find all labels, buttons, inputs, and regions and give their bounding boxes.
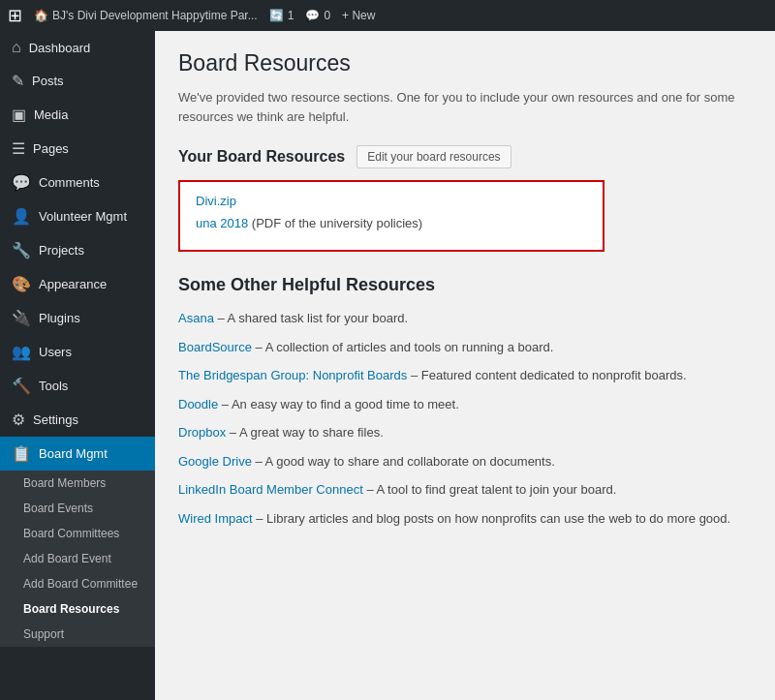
sidebar-item-pages[interactable]: ☰ Pages	[0, 132, 155, 166]
sidebar-label-plugins: Plugins	[39, 311, 80, 325]
una-description: (PDF of the university policies)	[248, 216, 422, 230]
home-icon: 🏠	[34, 9, 48, 22]
submenu-support[interactable]: Support	[0, 622, 155, 647]
wired-impact-link[interactable]: Wired Impact	[178, 511, 253, 526]
helpful-resource-dropbox: Dropbox – A great way to share files.	[178, 423, 752, 442]
comments-icon: 💬	[305, 9, 320, 22]
pages-icon: ☰	[12, 139, 25, 158]
sidebar-label-comments: Comments	[39, 175, 100, 190]
boardsource-description: – A collection of articles and tools on …	[256, 340, 554, 354]
boardsource-link[interactable]: BoardSource	[178, 340, 252, 354]
tools-icon: 🔨	[12, 377, 31, 395]
sidebar-label-settings: Settings	[33, 412, 78, 427]
dropbox-description: – A great way to share files.	[230, 425, 384, 440]
updates-link[interactable]: 🔄 1	[269, 9, 294, 22]
sidebar-submenu: Board Members Board Events Board Committ…	[0, 471, 155, 647]
sidebar-item-plugins[interactable]: 🔌 Plugins	[0, 301, 155, 335]
comments-link[interactable]: 💬 0	[305, 9, 330, 22]
sidebar-label-dashboard: Dashboard	[29, 41, 91, 55]
sidebar-item-settings[interactable]: ⚙ Settings	[0, 403, 155, 437]
edit-board-resources-button[interactable]: Edit your board resources	[356, 145, 511, 168]
dropbox-link[interactable]: Dropbox	[178, 425, 226, 440]
dashboard-icon: ⌂	[12, 39, 21, 56]
sidebar-item-media[interactable]: ▣ Media	[0, 98, 155, 132]
sidebar-label-posts: Posts	[32, 74, 64, 88]
sidebar-menu: ⌂ Dashboard ✎ Posts ▣ Media ☰ Pages 💬 Co…	[0, 31, 155, 471]
sidebar: ⌂ Dashboard ✎ Posts ▣ Media ☰ Pages 💬 Co…	[0, 31, 155, 700]
submenu-add-board-committee[interactable]: Add Board Committee	[0, 571, 155, 596]
sidebar-item-comments[interactable]: 💬 Comments	[0, 166, 155, 199]
bridgespan-link[interactable]: The Bridgespan Group: Nonprofit Boards	[178, 368, 407, 382]
sidebar-label-board-mgmt: Board Mgmt	[39, 446, 108, 461]
linkedin-link[interactable]: LinkedIn Board Member Connect	[178, 482, 363, 497]
layout: ⌂ Dashboard ✎ Posts ▣ Media ☰ Pages 💬 Co…	[0, 31, 775, 700]
site-name-link[interactable]: 🏠 BJ's Divi Development Happytime Par...	[34, 9, 258, 22]
volunteer-icon: 👤	[12, 207, 31, 226]
helpful-resource-wired-impact: Wired Impact – Library articles and blog…	[178, 509, 752, 529]
wired-impact-description: – Library articles and blog posts on how…	[256, 511, 730, 526]
helpful-resource-doodle: Doodle – An easy way to find a good time…	[178, 395, 752, 414]
sidebar-item-appearance[interactable]: 🎨 Appearance	[0, 267, 155, 301]
sidebar-item-tools[interactable]: 🔨 Tools	[0, 369, 155, 403]
updates-icon: 🔄	[269, 9, 284, 22]
una-2018-link[interactable]: una 2018 (PDF of the university policies…	[196, 216, 587, 230]
media-icon: ▣	[12, 106, 26, 124]
helpful-resource-bridgespan: The Bridgespan Group: Nonprofit Boards –…	[178, 366, 752, 385]
projects-icon: 🔧	[12, 241, 31, 259]
submenu-board-members[interactable]: Board Members	[0, 471, 155, 496]
page-title: Board Resources	[178, 50, 752, 76]
your-board-section-title: Your Board Resources	[178, 148, 345, 166]
board-mgmt-icon: 📋	[12, 444, 31, 463]
linkedin-description: – A tool to find great talent to join yo…	[366, 482, 616, 497]
page-description: We've provided two resource sections. On…	[178, 88, 752, 126]
user-resources-box: Divi.zip una 2018 (PDF of the university…	[178, 180, 604, 252]
main-content: Board Resources We've provided two resou…	[155, 31, 775, 700]
sidebar-label-users: Users	[39, 345, 72, 359]
sidebar-label-appearance: Appearance	[39, 277, 107, 291]
helpful-resource-google-drive: Google Drive – A good way to share and c…	[178, 452, 752, 472]
submenu-add-board-event[interactable]: Add Board Event	[0, 546, 155, 571]
appearance-icon: 🎨	[12, 275, 31, 293]
asana-link[interactable]: Asana	[178, 311, 214, 325]
submenu-board-committees[interactable]: Board Committees	[0, 521, 155, 546]
new-link[interactable]: + New	[342, 9, 375, 22]
helpful-resource-asana: Asana – A shared task list for your boar…	[178, 309, 752, 328]
your-board-section-header: Your Board Resources Edit your board res…	[178, 145, 752, 168]
divi-link-text: Divi	[196, 194, 217, 208]
sidebar-label-projects: Projects	[39, 243, 84, 258]
sidebar-label-media: Media	[34, 107, 68, 122]
sidebar-label-volunteer: Volunteer Mgmt	[39, 209, 127, 224]
sidebar-item-dashboard[interactable]: ⌂ Dashboard	[0, 31, 155, 64]
doodle-link[interactable]: Doodle	[178, 397, 218, 411]
helpful-resource-boardsource: BoardSource – A collection of articles a…	[178, 338, 752, 357]
divi-suffix: .zip	[217, 194, 236, 208]
submenu-board-events[interactable]: Board Events	[0, 496, 155, 521]
settings-icon: ⚙	[12, 411, 25, 429]
helpful-resource-linkedin: LinkedIn Board Member Connect – A tool t…	[178, 480, 752, 500]
una-link-text: una 2018	[196, 216, 248, 230]
sidebar-label-pages: Pages	[33, 141, 69, 156]
bridgespan-description: – Featured content dedicated to nonprofi…	[411, 368, 687, 382]
comments-nav-icon: 💬	[12, 173, 31, 192]
google-drive-link[interactable]: Google Drive	[178, 454, 252, 469]
sidebar-item-volunteer-mgmt[interactable]: 👤 Volunteer Mgmt	[0, 199, 155, 233]
asana-description: – A shared task list for your board.	[218, 311, 409, 325]
helpful-section-title: Some Other Helpful Resources	[178, 275, 752, 295]
divi-zip-link[interactable]: Divi.zip	[196, 194, 587, 208]
sidebar-label-tools: Tools	[39, 379, 68, 393]
wp-icon[interactable]: ⊞	[8, 5, 22, 26]
users-icon: 👥	[12, 343, 31, 361]
submenu-board-resources[interactable]: Board Resources	[0, 596, 155, 622]
plugins-icon: 🔌	[12, 309, 31, 327]
sidebar-item-posts[interactable]: ✎ Posts	[0, 64, 155, 98]
sidebar-item-board-mgmt[interactable]: 📋 Board Mgmt	[0, 437, 155, 471]
admin-bar: ⊞ 🏠 BJ's Divi Development Happytime Par.…	[0, 0, 775, 31]
sidebar-item-projects[interactable]: 🔧 Projects	[0, 233, 155, 267]
google-drive-description: – A good way to share and collaborate on…	[256, 454, 555, 469]
posts-icon: ✎	[12, 72, 24, 90]
doodle-description: – An easy way to find a good time to mee…	[222, 397, 459, 411]
sidebar-item-users[interactable]: 👥 Users	[0, 335, 155, 369]
